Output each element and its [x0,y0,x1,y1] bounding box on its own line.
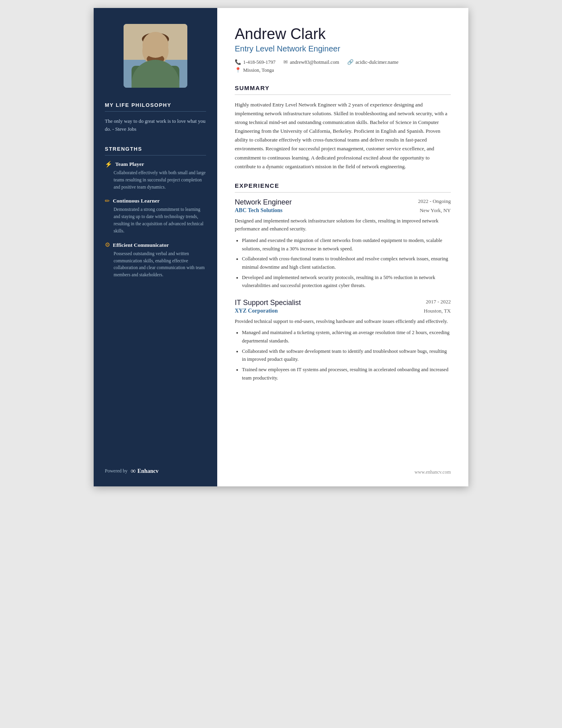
philosophy-text: The only way to do great work is to love… [105,117,206,133]
exp-description-2: Provided technical support to end-users,… [235,317,451,326]
summary-title: SUMMARY [235,85,451,91]
svg-rect-2 [132,66,179,88]
strengths-title: STRENGTHS [105,146,206,152]
exp-company-row-2: XYZ Corporation Houston, TX [235,308,451,314]
philosophy-title: MY LIFE PHILOSOPHY [105,102,206,108]
strength-desc-3: Possessed outstanding verbal and written… [105,250,206,279]
experience-section: EXPERIENCE Network Engineer 2022 - Ongoi… [235,182,451,382]
email-contact: ✉ andrew83@hotmail.com [283,59,339,65]
website-value: acidic-dulcimer.name [356,59,399,65]
candidate-name: Andrew Clark [235,26,451,43]
location-value: Mission, Tonga [243,67,274,73]
exp-header-2: IT Support Specialist 2017 - 2022 [235,299,451,307]
summary-text: Highly motivated Entry Level Network Eng… [235,100,451,171]
contact-row-2: 📍 Mission, Tonga [235,67,451,73]
strength-header-2: ✏ Continuous Learner [105,198,206,204]
exp-bullets-2: Managed and maintained a ticketing syste… [235,329,451,382]
footer-website: www.enhancv.com [415,469,451,475]
exp-company-1: ABC Tech Solutions [235,207,283,214]
svg-point-5 [142,33,169,45]
exp-description-1: Designed and implemented network infrast… [235,217,451,233]
exp-entry-2: IT Support Specialist 2017 - 2022 XYZ Co… [235,299,451,382]
strength-header-1: ⚡ Team Player [105,161,206,167]
resume-document: MY LIFE PHILOSOPHY The only way to do gr… [94,8,468,486]
experience-divider [235,192,451,193]
strength-header-3: ⚙ Efficient Communicator [105,242,206,248]
summary-divider [235,94,451,95]
exp-location-2: Houston, TX [424,308,451,314]
enhancv-logo: ∞ Enhancv [131,467,159,475]
philosophy-section: MY LIFE PHILOSOPHY The only way to do gr… [105,102,206,133]
strength-item-2: ✏ Continuous Learner Demonstrated a stro… [105,198,206,234]
email-icon: ✉ [283,59,288,65]
exp-bullets-1: Planned and executed the migration of cl… [235,236,451,290]
summary-section: SUMMARY Highly motivated Entry Level Net… [235,85,451,171]
strength-title-2: Continuous Learner [113,198,159,204]
phone-icon: 📞 [235,59,241,65]
exp-date-1: 2022 - Ongoing [418,198,451,205]
strength-title-3: Efficient Communicator [113,242,169,248]
exp-title-2: IT Support Specialist [235,299,301,307]
exp-title-1: Network Engineer [235,198,292,207]
experience-title: EXPERIENCE [235,182,451,189]
gear-icon: ⚙ [105,242,110,248]
main-footer: www.enhancv.com [415,469,451,475]
svg-point-7 [149,48,152,52]
brand-name: Enhancv [138,468,159,474]
lightning-icon: ⚡ [105,161,112,167]
exp-location-1: New York, NY [420,207,451,214]
exp-date-2: 2017 - 2022 [426,299,451,305]
strengths-section: STRENGTHS ⚡ Team Player Collaborated eff… [105,146,206,286]
strength-title-1: Team Player [115,161,144,167]
exp-bullet-1-2: Collaborated with cross-functional teams… [242,255,451,271]
contact-row-1: 📞 1-418-569-1797 ✉ andrew83@hotmail.com … [235,59,451,65]
strength-desc-2: Demonstrated a strong commitment to lear… [105,206,206,234]
resume-header: Andrew Clark Entry Level Network Enginee… [235,26,451,73]
pencil-icon: ✏ [105,198,110,204]
powered-by: Powered by ∞ Enhancv [105,467,159,475]
svg-point-6 [147,54,164,64]
exp-bullet-1-1: Planned and executed the migration of cl… [242,236,451,253]
phone-contact: 📞 1-418-569-1797 [235,59,275,65]
strength-item-3: ⚙ Efficient Communicator Possessed outst… [105,242,206,279]
exp-company-row-1: ABC Tech Solutions New York, NY [235,207,451,214]
svg-point-8 [159,48,162,52]
strengths-divider [105,155,206,155]
avatar [124,24,187,88]
candidate-title: Entry Level Network Engineer [235,44,451,53]
exp-bullet-2-2: Collaborated with the software developme… [242,347,451,364]
powered-by-label: Powered by [105,468,128,474]
exp-bullet-2-3: Trained new employees on IT systems and … [242,366,451,382]
main-body: Andrew Clark Entry Level Network Enginee… [217,8,468,407]
website-contact: 🔗 acidic-dulcimer.name [347,59,399,65]
exp-entry-1: Network Engineer 2022 - Ongoing ABC Tech… [235,198,451,290]
sidebar: MY LIFE PHILOSOPHY The only way to do gr… [94,8,217,486]
enhancv-icon: ∞ [131,467,136,475]
location-contact: 📍 Mission, Tonga [235,67,274,73]
exp-company-2: XYZ Corporation [235,308,278,314]
strength-desc-1: Collaborated effectively with both small… [105,169,206,191]
location-icon: 📍 [235,67,241,73]
link-icon: 🔗 [347,59,354,65]
philosophy-divider [105,111,206,112]
svg-point-4 [142,37,169,65]
exp-bullet-1-3: Developed and implemented network securi… [242,273,451,290]
strength-item-1: ⚡ Team Player Collaborated effectively w… [105,161,206,191]
exp-bullet-2-1: Managed and maintained a ticketing syste… [242,329,451,345]
main-content: Andrew Clark Entry Level Network Enginee… [217,8,468,486]
email-value: andrew83@hotmail.com [290,59,339,65]
svg-rect-1 [124,24,187,60]
exp-header-1: Network Engineer 2022 - Ongoing [235,198,451,207]
phone-value: 1-418-569-1797 [243,59,275,65]
avatar-image [124,24,187,88]
